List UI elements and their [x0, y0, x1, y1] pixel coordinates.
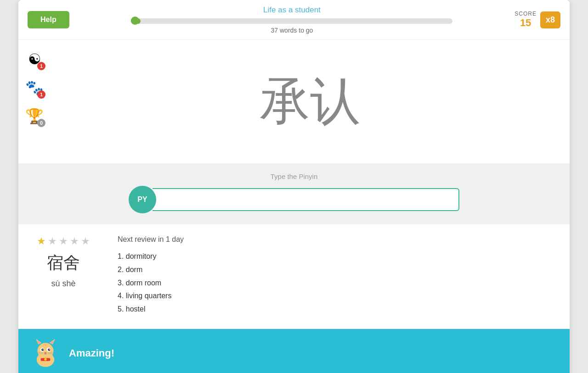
lesson-title: Life as a student — [263, 6, 321, 15]
sidebar-badge-2: 1 — [37, 90, 45, 99]
words-to-go: 37 words to go — [271, 27, 313, 34]
star-2: ★ — [48, 235, 57, 247]
meaning-2: 2. dorm — [118, 263, 551, 277]
help-button[interactable]: Help — [28, 11, 69, 28]
answer-area: ★ ★ ★ ★ ★ 宿舍 sù shè Next review in 1 day… — [18, 224, 570, 329]
app-container: Help Life as a student 37 words to go SC… — [18, 0, 570, 373]
star-4: ★ — [70, 235, 79, 247]
sidebar-icon-yinyang[interactable]: ☯ 1 — [23, 47, 46, 71]
svg-point-11 — [49, 349, 50, 350]
input-area: Type the Pinyin PY — [18, 163, 570, 224]
header: Help Life as a student 37 words to go SC… — [18, 0, 570, 40]
score-number: 15 — [514, 17, 537, 29]
multiplier-badge: x8 — [540, 11, 560, 28]
svg-point-10 — [43, 349, 44, 350]
sidebar-badge-3: 0 — [37, 119, 45, 127]
input-label: Type the Pinyin — [271, 173, 318, 180]
cat-svg — [29, 337, 62, 369]
svg-point-8 — [41, 348, 44, 351]
progress-bar-fill — [131, 18, 141, 24]
star-1: ★ — [37, 235, 46, 247]
meaning-3: 3. dorm room — [118, 277, 551, 290]
score-text: SCORE — [514, 11, 537, 17]
word-chinese: 宿舍 — [47, 252, 80, 274]
footer-banner: Amazing! — [18, 329, 570, 373]
chinese-character: 承认 — [260, 67, 361, 136]
character-area: 承认 — [51, 40, 570, 163]
score-label: SCORE 15 — [514, 11, 537, 29]
stars: ★ ★ ★ ★ ★ — [37, 235, 90, 247]
sidebar-icon-trophy[interactable]: 🏆 0 — [23, 104, 46, 128]
progress-bar-wrap — [131, 18, 452, 24]
star-5: ★ — [81, 235, 90, 247]
progress-dot — [131, 17, 139, 25]
sidebar-icon-paw[interactable]: 🐾 1 — [23, 76, 46, 100]
star-3: ★ — [59, 235, 68, 247]
meanings-list: 1. dormitory 2. dorm 3. dorm room 4. liv… — [118, 250, 551, 316]
header-center: Life as a student 37 words to go — [79, 6, 506, 34]
svg-point-9 — [48, 348, 50, 351]
cat-mascot — [29, 337, 62, 369]
word-pinyin: sù shè — [51, 279, 75, 289]
score-area: SCORE 15 x8 — [514, 11, 560, 29]
pinyin-input[interactable] — [153, 188, 459, 211]
meaning-1: 1. dormitory — [118, 250, 551, 263]
input-row: PY — [129, 186, 459, 213]
svg-point-12 — [44, 352, 46, 354]
py-circle: PY — [129, 186, 156, 213]
answer-right: Next review in 1 day 1. dormitory 2. dor… — [118, 235, 551, 316]
svg-point-18 — [44, 358, 46, 360]
sidebar: ☯ 1 🐾 1 🏆 0 — [18, 40, 51, 163]
meaning-5: 5. hostel — [118, 303, 551, 316]
meaning-4: 4. living quarters — [118, 289, 551, 303]
answer-left: ★ ★ ★ ★ ★ 宿舍 sù shè — [37, 235, 90, 316]
main-content: ☯ 1 🐾 1 🏆 0 承认 — [18, 40, 570, 163]
next-review: Next review in 1 day — [118, 235, 551, 244]
sidebar-badge-1: 1 — [37, 62, 45, 70]
amazing-text: Amazing! — [69, 347, 114, 359]
